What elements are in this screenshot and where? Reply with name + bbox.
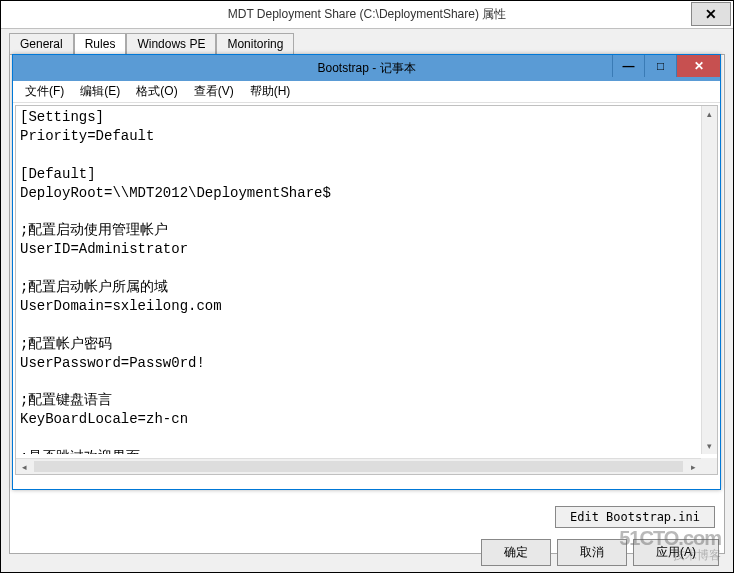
window-controls: — □ ✕ <box>612 55 720 77</box>
menu-file[interactable]: 文件(F) <box>17 81 72 102</box>
scroll-up-icon[interactable]: ▴ <box>702 106 717 122</box>
menubar: 文件(F) 编辑(E) 格式(O) 查看(V) 帮助(H) <box>13 81 720 103</box>
minimize-icon: — <box>623 59 635 73</box>
scroll-down-icon[interactable]: ▾ <box>702 438 717 454</box>
scroll-left-icon[interactable]: ◂ <box>16 459 32 474</box>
scroll-thumb[interactable] <box>34 461 683 472</box>
maximize-icon: □ <box>657 59 664 73</box>
dialog-button-row: 确定 取消 应用(A) <box>481 539 719 566</box>
editor-area: [Settings] Priority=Default [Default] De… <box>15 105 718 475</box>
tabs-row: General Rules Windows PE Monitoring <box>1 29 733 54</box>
vertical-scrollbar[interactable]: ▴ ▾ <box>701 106 717 454</box>
dialog-title: MDT Deployment Share (C:\DeploymentShare… <box>1 6 733 23</box>
edit-bootstrap-button[interactable]: Edit Bootstrap.ini <box>555 506 715 528</box>
notepad-window: Bootstrap - 记事本 — □ ✕ 文件(F) 编辑(E) 格式(O) … <box>12 54 721 490</box>
menu-edit[interactable]: 编辑(E) <box>72 81 128 102</box>
dialog-titlebar: MDT Deployment Share (C:\DeploymentShare… <box>1 1 733 29</box>
notepad-titlebar[interactable]: Bootstrap - 记事本 — □ ✕ <box>13 55 720 81</box>
cancel-button[interactable]: 取消 <box>557 539 627 566</box>
menu-help[interactable]: 帮助(H) <box>242 81 299 102</box>
ok-button[interactable]: 确定 <box>481 539 551 566</box>
tab-general[interactable]: General <box>9 33 74 54</box>
close-icon: ✕ <box>705 6 717 22</box>
minimize-button[interactable]: — <box>612 55 644 77</box>
tab-windows-pe[interactable]: Windows PE <box>126 33 216 54</box>
tab-rules[interactable]: Rules <box>74 33 127 54</box>
maximize-button[interactable]: □ <box>644 55 676 77</box>
tab-monitoring[interactable]: Monitoring <box>216 33 294 54</box>
menu-view[interactable]: 查看(V) <box>186 81 242 102</box>
close-icon: ✕ <box>694 59 704 73</box>
horizontal-scrollbar[interactable]: ◂ ▸ <box>16 458 701 474</box>
scroll-corner <box>701 458 717 474</box>
text-editor[interactable]: [Settings] Priority=Default [Default] De… <box>16 106 717 454</box>
menu-format[interactable]: 格式(O) <box>128 81 185 102</box>
apply-button[interactable]: 应用(A) <box>633 539 719 566</box>
scroll-right-icon[interactable]: ▸ <box>685 459 701 474</box>
notepad-close-button[interactable]: ✕ <box>676 55 720 77</box>
dialog-close-button[interactable]: ✕ <box>691 2 731 26</box>
